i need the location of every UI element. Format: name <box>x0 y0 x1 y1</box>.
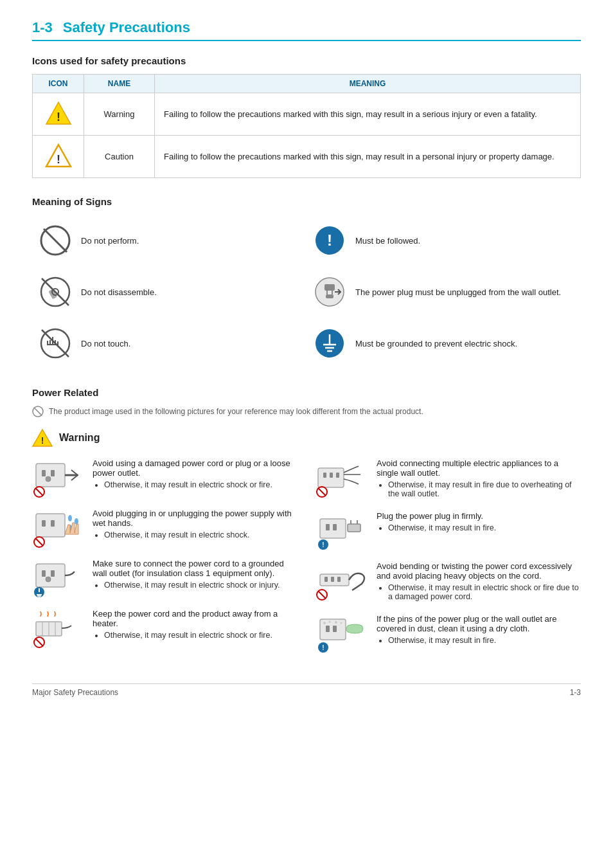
warning-title-multiple: Avoid connecting multiple electric appli… <box>377 458 581 478</box>
svg-rect-30 <box>42 470 46 476</box>
warning-img-heater <box>32 609 84 647</box>
warning-title-damaged-cord: Avoid using a damaged power cord or plug… <box>93 458 297 478</box>
do-not-disassemble-icon <box>39 275 72 309</box>
do-not-touch-icon <box>39 327 72 360</box>
icons-table: ICON NAME MEANING ! Warning Failing to f… <box>32 74 581 178</box>
svg-text:!: ! <box>322 541 324 548</box>
warning-left-col: Avoid using a damaged power cord or plug… <box>32 458 297 664</box>
svg-rect-73 <box>320 574 349 586</box>
svg-point-39 <box>68 515 72 521</box>
svg-point-82 <box>323 622 326 624</box>
warning-bullet-multiple: Otherwise, it may result in fire due to … <box>388 480 581 498</box>
do-not-touch-text: Do not touch. <box>81 339 130 348</box>
power-note: The product image used in the following … <box>32 406 581 417</box>
icons-section: Icons used for safety precautions ICON N… <box>32 55 581 178</box>
warning-bullet-bending: Otherwise, it may result in electric sho… <box>388 583 581 601</box>
svg-rect-16 <box>326 294 333 298</box>
warning-item-damaged-cord: Avoid using a damaged power cord or plug… <box>32 458 297 497</box>
warning-grid: Avoid using a damaged power cord or plug… <box>32 458 581 664</box>
svg-rect-37 <box>42 520 46 527</box>
svg-rect-36 <box>36 514 65 537</box>
svg-text:!: ! <box>322 644 324 651</box>
svg-line-58 <box>35 638 43 646</box>
dust-outlet-illustration: ! <box>317 614 367 653</box>
warning-text-dust: If the pins of the power plug or the wal… <box>377 614 581 646</box>
svg-rect-80 <box>326 626 330 632</box>
warning-banner-icon: ! <box>32 428 53 448</box>
power-note-text: The product image used in the following … <box>49 407 423 416</box>
svg-point-32 <box>46 476 51 482</box>
warning-item-wet-hands: Avoid plugging in or unplugging the powe… <box>32 509 297 547</box>
sign-item-do-not-disassemble: Do not disassemble. <box>32 266 306 318</box>
svg-point-83 <box>329 621 331 623</box>
svg-rect-68 <box>348 524 360 532</box>
power-section-heading: Power Related <box>32 387 581 398</box>
svg-rect-67 <box>333 524 337 530</box>
svg-rect-62 <box>336 473 339 478</box>
col-meaning: MEANING <box>155 75 581 93</box>
caution-triangle-icon: ! <box>45 142 72 169</box>
svg-rect-38 <box>51 520 55 527</box>
warning-item-bending: Avoid bending or twisting the power cord… <box>316 561 581 602</box>
multiple-appliances-illustration <box>317 458 367 497</box>
warning-img-wet-hands <box>32 509 84 547</box>
svg-rect-74 <box>324 577 328 582</box>
warning-bullet-wet-hands: Otherwise, it may result in electric sho… <box>104 530 297 539</box>
do-not-disassemble-text: Do not disassemble. <box>81 287 157 297</box>
svg-rect-45 <box>42 570 46 577</box>
svg-rect-76 <box>337 577 341 582</box>
warning-title-bending: Avoid bending or twisting the power cord… <box>377 561 581 581</box>
warning-title-wet-hands: Avoid plugging in or unplugging the powe… <box>93 509 297 528</box>
power-section: Power Related The product image used in … <box>32 387 581 664</box>
warning-text-grounded: Make sure to connect the power cord to a… <box>93 559 297 591</box>
sign-item-must-be-followed: ! Must be followed. <box>306 215 581 266</box>
warning-img-damaged-cord <box>32 458 84 497</box>
svg-point-47 <box>46 577 51 582</box>
svg-point-84 <box>335 621 337 624</box>
signs-grid: Do not perform. ! Must be followed. <box>32 215 581 369</box>
svg-line-26 <box>34 408 42 415</box>
warning-img-plug-firmly: ! <box>316 511 368 550</box>
page-title: Safety Precautions <box>63 19 190 36</box>
warning-text-heater: Keep the power cord and the product away… <box>93 609 297 641</box>
damaged-cord-illustration <box>33 458 83 497</box>
warning-triangle-icon: ! <box>45 100 72 127</box>
table-row: ! Caution Failing to follow the precauti… <box>33 136 581 178</box>
svg-rect-75 <box>331 577 334 582</box>
warning-item-grounded: Make sure to connect the power cord to a… <box>32 559 297 597</box>
caution-name-cell: Caution <box>84 136 155 178</box>
heater-illustration <box>33 609 83 647</box>
warning-text-damaged-cord: Avoid using a damaged power cord or plug… <box>93 458 297 491</box>
warning-title-plug-firmly: Plug the power plug in firmly. <box>377 511 581 521</box>
unplug-text: The power plug must be unplugged from th… <box>355 287 561 297</box>
caution-icon-cell: ! <box>33 136 84 178</box>
must-be-grounded-icon <box>313 327 346 360</box>
svg-line-5 <box>44 229 67 252</box>
svg-rect-46 <box>51 570 55 577</box>
warning-name-cell: Warning <box>84 93 155 136</box>
svg-rect-29 <box>36 464 65 487</box>
warning-bullet-dust: Otherwise, it may result in fire. <box>388 636 581 645</box>
svg-rect-61 <box>330 473 333 478</box>
note-icon <box>32 406 44 417</box>
bending-cord-illustration <box>317 561 367 600</box>
svg-rect-31 <box>51 470 55 476</box>
page-header: 1-3 Safety Precautions <box>32 19 581 41</box>
warning-title-heater: Keep the power cord and the product away… <box>93 609 297 628</box>
warning-title-dust: If the pins of the power plug or the wal… <box>377 614 581 633</box>
warning-text-wet-hands: Avoid plugging in or unplugging the powe… <box>93 509 297 541</box>
svg-line-43 <box>35 538 43 546</box>
do-not-perform-icon <box>39 224 72 257</box>
svg-text:!: ! <box>57 153 60 166</box>
svg-rect-44 <box>36 564 65 587</box>
wet-hands-illustration <box>33 509 83 547</box>
must-be-followed-text: Must be followed. <box>355 236 420 246</box>
svg-rect-60 <box>323 473 326 478</box>
warning-right-col: Avoid connecting multiple electric appli… <box>316 458 581 664</box>
icons-section-heading: Icons used for safety precautions <box>32 55 581 66</box>
table-row: ! Warning Failing to follow the precauti… <box>33 93 581 136</box>
svg-line-35 <box>35 488 43 496</box>
warning-text-bending: Avoid bending or twisting the power cord… <box>377 561 581 602</box>
warning-item-multiple: Avoid connecting multiple electric appli… <box>316 458 581 500</box>
warning-text-plug-firmly: Plug the power plug in firmly. Otherwise… <box>377 511 581 534</box>
